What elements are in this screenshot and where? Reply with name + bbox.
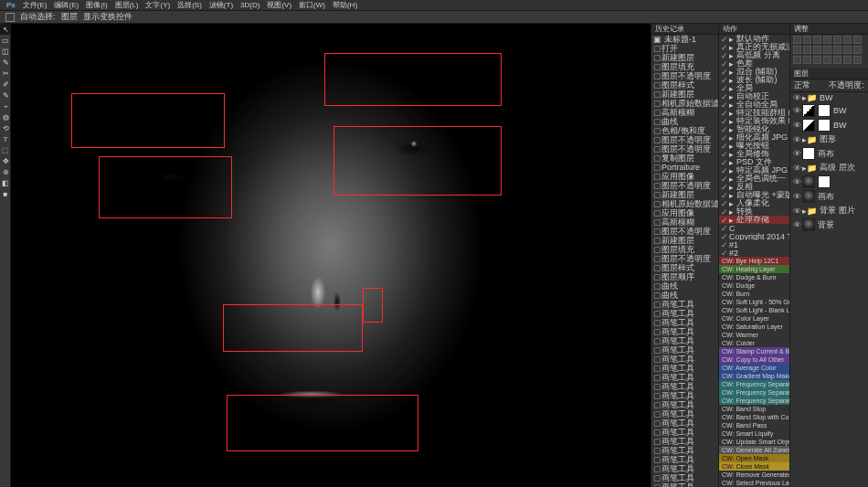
history-step[interactable]: ▢曲线 — [651, 117, 718, 126]
action-item[interactable]: CW: Stamp Current & Below — [719, 347, 789, 355]
tool-button[interactable]: ◫ — [0, 46, 11, 57]
visibility-icon[interactable]: 👁 — [793, 135, 799, 144]
history-step[interactable]: ▢相机原始数据滤镜 — [651, 199, 718, 208]
menu-item[interactable]: 滤镜(T) — [206, 0, 237, 10]
layer-mask[interactable] — [818, 104, 831, 117]
action-item[interactable]: ✓▸高低频 分离 — [719, 51, 789, 59]
action-item[interactable]: ✓#1 — [719, 240, 789, 249]
history-step[interactable]: ▢高斯模糊 — [651, 108, 718, 117]
history-step[interactable]: ▢画笔工具 — [651, 355, 718, 364]
actions-tab[interactable]: 动作 — [719, 24, 789, 35]
history-step[interactable]: ▢画笔工具 — [651, 391, 718, 400]
adjustment-icon[interactable] — [793, 56, 801, 64]
history-step[interactable]: ▢打开 — [651, 44, 718, 53]
menu-item[interactable]: 图像(I) — [82, 0, 111, 10]
history-step[interactable]: ▢高斯模糊 — [651, 217, 718, 227]
adjustment-icon[interactable] — [853, 36, 862, 44]
action-item[interactable]: CW: Close Mask — [719, 462, 789, 471]
history-step[interactable]: ▢图层填充 — [651, 245, 718, 254]
tool-button[interactable]: ⊕ — [0, 166, 11, 177]
layer-row[interactable]: 👁画布 — [790, 146, 868, 161]
history-step[interactable]: ▢图层不透明度 — [651, 135, 718, 144]
history-step[interactable]: ▢图层填充 — [651, 62, 718, 71]
visibility-icon[interactable]: 👁 — [793, 220, 799, 229]
adjustment-icon[interactable] — [823, 46, 831, 54]
history-step[interactable]: ▢复制图层 — [651, 154, 718, 163]
layer-thumbnail[interactable] — [802, 175, 815, 188]
visibility-icon[interactable]: 👁 — [793, 93, 799, 102]
history-step[interactable]: ▢Portraiture — [651, 163, 718, 172]
action-item[interactable]: ✓▸混合 (辅助) — [719, 68, 789, 76]
tool-button[interactable]: ✎ — [0, 57, 11, 68]
history-step[interactable]: ▢图层不透明度 — [651, 71, 718, 80]
history-step[interactable]: ▢新建图层 — [651, 53, 718, 62]
visibility-icon[interactable]: 👁 — [793, 121, 799, 130]
layer-name[interactable]: 图形 — [820, 133, 836, 145]
menu-item[interactable]: 文字(Y) — [142, 0, 174, 10]
adjustment-icon[interactable] — [813, 56, 821, 64]
visibility-icon[interactable]: 👁 — [793, 106, 799, 115]
action-item[interactable]: CW: Colder — [719, 339, 789, 347]
action-item[interactable]: ✓#2 — [719, 249, 789, 257]
action-item[interactable]: ✓▸细化高频 JPG — [719, 133, 789, 142]
adjustment-icon[interactable] — [823, 56, 831, 64]
adjustment-icon[interactable] — [823, 36, 831, 44]
action-item[interactable]: ✓▸处理存储 — [719, 216, 789, 224]
action-item[interactable]: CW: Band Pass — [719, 421, 789, 429]
adjustment-icon[interactable] — [803, 46, 811, 54]
menu-item[interactable]: 选择(S) — [174, 0, 206, 10]
history-step[interactable]: ▢画笔工具 — [651, 318, 718, 327]
history-step[interactable]: ▢图层样式 — [651, 263, 718, 272]
layer-name[interactable]: 高级 层次 — [820, 162, 855, 174]
tool-preset-icon[interactable] — [5, 13, 15, 22]
history-step[interactable]: ▢新建图层 — [651, 236, 718, 245]
layer-name[interactable]: 背景 图片 — [820, 205, 855, 217]
action-item[interactable]: CW: Healing Layer — [719, 265, 789, 273]
history-step[interactable]: ▢图层样式 — [651, 80, 718, 90]
history-step[interactable]: ▢色相/饱和度 — [651, 126, 718, 135]
adjustment-icon[interactable] — [803, 36, 811, 44]
layer-name[interactable]: 画布 — [818, 191, 834, 203]
history-step[interactable]: ▢新建图层 — [651, 190, 718, 199]
history-step[interactable]: ▢画笔工具 — [651, 464, 718, 473]
action-item[interactable]: CW: Update Smart Object — [719, 438, 789, 446]
layer-mask[interactable] — [818, 119, 831, 132]
action-item[interactable]: CW: Select Previous Layer — [719, 479, 789, 487]
blend-mode-value[interactable]: 正常 — [794, 79, 810, 91]
tool-button[interactable]: ↖ — [0, 24, 11, 35]
layer-name[interactable]: 画布 — [818, 148, 834, 160]
adjustment-icon[interactable] — [843, 56, 852, 64]
layer-row[interactable]: 👁画布 — [790, 189, 868, 204]
action-item[interactable]: CW: Soft Light - Blank Layer — [719, 306, 789, 314]
action-item[interactable]: ✓▸自动曝光 +蒙版 — [719, 191, 789, 199]
history-step[interactable]: ▢图层不透明度 — [651, 144, 718, 154]
layer-row[interactable]: 👁背景 — [790, 217, 868, 232]
action-item[interactable]: CW: Burn — [719, 290, 789, 298]
action-item[interactable]: ✓Copyright 2014 Tony Kuyper — [719, 232, 789, 240]
history-step[interactable]: ▢画笔工具 — [651, 482, 718, 487]
layer-group[interactable]: 👁▸📁背景 图片 — [790, 204, 868, 217]
tool-button[interactable]: ✎ — [0, 90, 11, 101]
adjustment-icon[interactable] — [853, 46, 862, 54]
adjustment-icon[interactable] — [853, 56, 862, 64]
canvas[interactable] — [11, 24, 651, 487]
adjustment-icon[interactable] — [793, 36, 801, 44]
history-tab[interactable]: 历史记录 — [651, 24, 718, 35]
layer-row[interactable]: 👁 — [790, 175, 868, 189]
history-step[interactable]: ▢图层不透明度 — [651, 181, 718, 190]
adjustments-tab[interactable]: 调整 — [790, 24, 868, 35]
history-step[interactable]: ▢画笔工具 — [651, 428, 718, 437]
history-step[interactable]: ▢画笔工具 — [651, 327, 718, 336]
action-item[interactable]: CW: Frequency Separation ... — [719, 380, 789, 388]
action-item[interactable]: CW: Saturation Layer — [719, 323, 789, 331]
adjustment-icon[interactable] — [793, 46, 801, 54]
history-step[interactable]: ▢画笔工具 — [651, 300, 718, 309]
action-item[interactable]: CW: Band Stop — [719, 405, 789, 413]
history-step[interactable]: ▢画笔工具 — [651, 418, 718, 428]
action-item[interactable]: CW: Remove Generated Chan... — [719, 471, 789, 479]
action-item[interactable]: CW: Smart Liquify — [719, 429, 789, 438]
history-step[interactable]: ▢图层不透明度 — [651, 227, 718, 236]
menu-item[interactable]: 文件(E) — [19, 0, 51, 10]
history-step[interactable]: ▢画笔工具 — [651, 309, 718, 318]
action-item[interactable]: ✓C — [719, 224, 789, 232]
